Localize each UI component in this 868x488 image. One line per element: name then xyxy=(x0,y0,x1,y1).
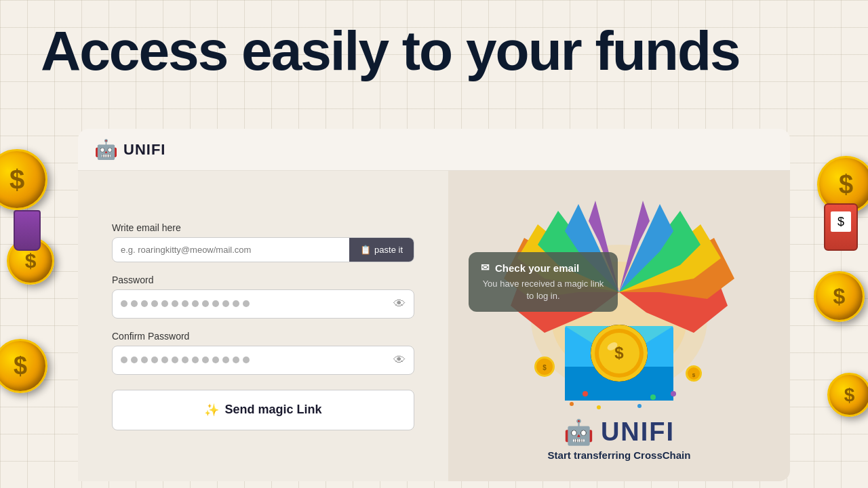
dot xyxy=(161,357,168,363)
dot xyxy=(243,357,250,363)
dot xyxy=(151,300,158,307)
hero-heading: Access easily to your funds xyxy=(41,20,827,81)
dot xyxy=(172,300,178,307)
right-brand-icon: 🤖 xyxy=(564,418,594,447)
dot xyxy=(131,300,138,307)
dot xyxy=(182,357,189,363)
right-brand-sub: Start transferring CrossChain xyxy=(548,449,691,461)
confirm-password-toggle-icon[interactable]: 👁 xyxy=(393,353,406,367)
tooltip-header: ✉ Check your email xyxy=(481,262,606,274)
paste-label: paste it xyxy=(374,245,403,255)
navbar-logo-text: UNIFI xyxy=(123,141,165,159)
dot xyxy=(192,300,199,307)
check-email-tooltip: ✉ Check your email You have received a m… xyxy=(469,252,618,312)
card-body: Write email here 📋 paste it Password xyxy=(78,171,790,481)
dot xyxy=(202,300,209,307)
dot xyxy=(151,357,158,363)
tooltip-icon: ✉ xyxy=(481,262,490,274)
svg-point-34 xyxy=(570,402,574,406)
dot xyxy=(233,300,239,307)
send-magic-link-button[interactable]: ✨ Send magic Link xyxy=(112,390,414,430)
dot xyxy=(202,357,209,363)
svg-point-32 xyxy=(637,404,642,408)
dot xyxy=(212,300,219,307)
password-dots xyxy=(121,300,393,307)
right-branding: 🤖 UNIFI Start transferring CrossChain xyxy=(448,418,790,461)
dot xyxy=(161,300,168,307)
send-magic-label: Send magic Link xyxy=(224,403,321,417)
dot xyxy=(212,357,219,363)
right-panel: $ $ $ xyxy=(448,171,790,481)
svg-text:$: $ xyxy=(692,372,696,378)
email-label: Write email here xyxy=(112,222,414,233)
password-wrapper: 👁 xyxy=(112,289,414,319)
email-input-wrapper: 📋 paste it xyxy=(112,237,414,262)
navbar-logo-icon: 🤖 xyxy=(94,138,118,161)
svg-point-33 xyxy=(671,391,676,396)
dot xyxy=(243,300,250,307)
password-label: Password xyxy=(112,274,414,285)
dot xyxy=(141,357,148,363)
paste-button[interactable]: 📋 paste it xyxy=(349,238,414,262)
dot xyxy=(192,357,199,363)
dot xyxy=(233,357,239,363)
svg-text:$: $ xyxy=(542,364,547,371)
dot xyxy=(222,357,229,363)
dot xyxy=(121,357,127,363)
password-toggle-icon[interactable]: 👁 xyxy=(393,297,406,311)
right-brand-name: UNIFI xyxy=(601,418,675,447)
dot xyxy=(121,300,127,307)
confirm-password-label: Confirm Password xyxy=(112,331,414,342)
dot xyxy=(182,300,189,307)
confirm-password-wrapper: 👁 xyxy=(112,346,414,375)
magic-icon: ✨ xyxy=(204,403,219,418)
navbar: 🤖 UNIFI xyxy=(78,129,790,171)
main-card: 🤖 UNIFI Write email here 📋 paste it Pass… xyxy=(78,129,790,481)
left-side-decoration: $ $ $ xyxy=(0,136,75,461)
svg-point-30 xyxy=(650,394,656,400)
dot xyxy=(141,300,148,307)
right-brand-row: 🤖 UNIFI xyxy=(564,418,675,447)
email-input[interactable] xyxy=(113,238,349,262)
svg-point-29 xyxy=(583,391,588,396)
confirm-password-dots xyxy=(121,357,393,363)
right-side-decoration: $ $ $ $ xyxy=(793,136,868,461)
tooltip-header-text: Check your email xyxy=(495,262,579,274)
dot xyxy=(172,357,178,363)
navbar-logo: 🤖 UNIFI xyxy=(94,138,165,161)
svg-point-31 xyxy=(597,405,601,409)
left-panel: Write email here 📋 paste it Password xyxy=(78,171,448,481)
dot xyxy=(222,300,229,307)
dot xyxy=(131,357,138,363)
paste-icon: 📋 xyxy=(360,245,371,255)
tooltip-body: You have received a magic link to log in… xyxy=(481,278,606,302)
